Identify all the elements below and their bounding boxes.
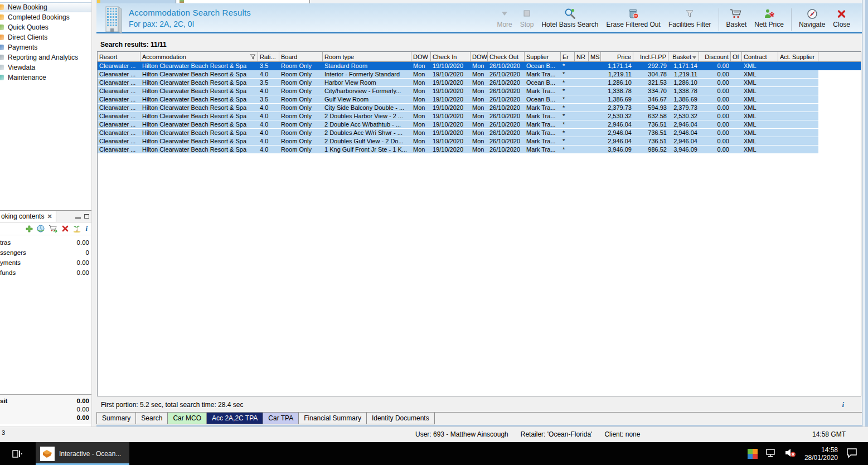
toolbar-button-label: Stop xyxy=(520,21,534,28)
table-row[interactable]: Clearwater ...Hilton Clearwater Beach Re… xyxy=(98,95,861,104)
cell-of xyxy=(731,120,742,129)
column-header-basket[interactable]: Basket xyxy=(668,52,699,61)
cell-dow: Mon xyxy=(471,112,488,120)
close-button[interactable]: Close xyxy=(829,7,854,29)
booking-contents-tab[interactable]: oking contents ✕ xyxy=(0,211,56,222)
column-header-rati[interactable]: Rati... xyxy=(258,52,279,61)
cell-contract: XML xyxy=(742,87,778,95)
table-row[interactable]: Clearwater ...Hilton Clearwater Beach Re… xyxy=(98,120,861,129)
cell-accommodation: Hilton Clearwater Beach Resort & Spa xyxy=(140,87,258,95)
tab-search[interactable]: Search xyxy=(136,413,168,424)
column-header-dow[interactable]: DOW xyxy=(471,52,488,61)
column-header-supplier[interactable]: Supplier xyxy=(525,52,561,61)
cell-basket: 1,286.10 xyxy=(668,79,699,87)
sidebar-item-quick-quotes[interactable]: Quick Quotes xyxy=(0,22,91,32)
volume-muted-icon[interactable] xyxy=(784,448,797,459)
column-header-ms[interactable]: MS xyxy=(589,52,601,61)
tab-car-mco[interactable]: Car MCO xyxy=(168,413,207,424)
status-retailer: Retailer: 'Ocean-Florida' xyxy=(521,430,593,438)
table-row[interactable]: Clearwater ...Hilton Clearwater Beach Re… xyxy=(98,79,861,87)
column-header-nr[interactable]: NR xyxy=(575,52,589,61)
sidebar-item-maintenance[interactable]: Maintenance xyxy=(0,72,91,83)
column-header-dow[interactable]: DOW xyxy=(411,52,431,61)
erase-filtered-out-button[interactable]: Erase Filtered Out xyxy=(603,7,665,29)
tab-acc-2a-2c-tpa[interactable]: Acc 2A,2C TPA xyxy=(207,413,263,424)
facilities-filter-button[interactable]: Facilities Filter xyxy=(665,7,715,29)
network-tray-icon[interactable] xyxy=(765,448,777,459)
cell-dow: Mon xyxy=(471,146,488,154)
table-row[interactable]: Clearwater ...Hilton Clearwater Beach Re… xyxy=(98,137,861,146)
sidebar-item-reporting-and-analytics[interactable]: Reporting and Analytics xyxy=(0,52,91,62)
table-row[interactable]: Clearwater ...Hilton Clearwater Beach Re… xyxy=(98,70,861,79)
cart-transfer-icon[interactable] xyxy=(49,225,58,232)
column-header-of[interactable]: Of xyxy=(731,52,742,61)
column-header-act-supplier[interactable]: Act. Supplier xyxy=(778,52,818,61)
refresh-globe-icon[interactable] xyxy=(37,225,45,232)
more-button[interactable]: More xyxy=(493,7,516,29)
column-header-room-type[interactable]: Room type xyxy=(323,52,411,61)
column-header-incl-fl-pp[interactable]: Incl.Fl.PP xyxy=(633,52,668,61)
toolbar-button-label: More xyxy=(497,21,512,28)
sidebar-item-viewdata[interactable]: Viewdata xyxy=(0,62,91,72)
minimize-icon[interactable] xyxy=(75,214,81,219)
cell-room-type: 2 Doubles Harbor View - 2 ... xyxy=(323,112,411,120)
table-row[interactable]: Clearwater ...Hilton Clearwater Beach Re… xyxy=(98,129,861,137)
tab-identity-documents[interactable]: Identity Documents xyxy=(367,413,435,424)
task-view-icon[interactable] xyxy=(10,447,25,461)
cell-price: 2,946.04 xyxy=(601,129,633,137)
filter-icon[interactable] xyxy=(250,54,256,60)
add-icon[interactable] xyxy=(26,225,33,232)
cell-filler xyxy=(818,129,861,137)
cell-board: Room Only xyxy=(279,70,323,79)
table-row[interactable]: Clearwater ...Hilton Clearwater Beach Re… xyxy=(98,112,861,120)
column-header-accommodation[interactable]: Accommodation xyxy=(140,52,258,61)
sidebar-item-payments[interactable]: Payments xyxy=(0,42,91,52)
stop-button[interactable]: Stop xyxy=(516,7,538,29)
column-header-board[interactable]: Board xyxy=(279,52,323,61)
tab-car-tpa[interactable]: Car TPA xyxy=(263,413,299,424)
taskbar-clock[interactable]: 14:58 28/01/2020 xyxy=(804,446,838,462)
maximize-icon[interactable] xyxy=(84,214,89,219)
cell-rati: 4.0 xyxy=(258,70,279,79)
table-row[interactable]: Clearwater ...Hilton Clearwater Beach Re… xyxy=(98,146,861,154)
column-header-check-out[interactable]: Check Out xyxy=(488,52,525,61)
taskbar-app-button[interactable]: Interactive - Ocean... xyxy=(36,442,129,465)
cell-er: * xyxy=(561,70,575,79)
action-center-icon[interactable] xyxy=(846,447,858,460)
navigate-button[interactable]: Navigate xyxy=(795,7,829,29)
basket-button[interactable]: Basket xyxy=(722,7,751,29)
tab-financial-summary[interactable]: Financial Summary xyxy=(299,413,367,424)
sidebar-item-new-booking[interactable]: New Booking xyxy=(0,2,91,12)
info-icon[interactable]: i xyxy=(85,224,88,233)
antivirus-tray-icon[interactable] xyxy=(748,449,758,459)
info-icon[interactable]: i xyxy=(842,400,844,409)
cell-er: * xyxy=(561,137,575,146)
cell-rati: 4.0 xyxy=(258,137,279,146)
table-row[interactable]: Clearwater ...Hilton Clearwater Beach Re… xyxy=(98,104,861,112)
cell-basket: 2,946.04 xyxy=(668,120,699,129)
column-header-contract[interactable]: Contract xyxy=(742,52,778,61)
cell-supplier: Ocean B... xyxy=(525,62,561,70)
nett-price-button[interactable]: Nett Price xyxy=(750,7,788,29)
holiday-palm-icon[interactable] xyxy=(72,225,81,232)
column-header-discount[interactable]: Discount xyxy=(699,52,731,61)
cell-ms xyxy=(589,137,601,146)
column-header-check-in[interactable]: Check In xyxy=(431,52,471,61)
table-row[interactable]: Clearwater ...Hilton Clearwater Beach Re… xyxy=(98,62,861,70)
column-header-er[interactable]: Er xyxy=(561,52,575,61)
cell-ms xyxy=(589,146,601,154)
table-row[interactable]: Clearwater ...Hilton Clearwater Beach Re… xyxy=(98,87,861,95)
cell-contract: XML xyxy=(742,95,778,104)
close-icon[interactable]: ✕ xyxy=(47,213,52,220)
sidebar-item-direct-clients[interactable]: Direct Clients xyxy=(0,32,91,42)
cell-er: * xyxy=(561,95,575,104)
column-header-price[interactable]: Price xyxy=(601,52,633,61)
cell-filler xyxy=(818,112,861,120)
sidebar-item-completed-bookings[interactable]: Completed Bookings xyxy=(0,12,91,22)
cell-contract: XML xyxy=(742,120,778,129)
delete-icon[interactable] xyxy=(62,225,69,232)
column-header-resort[interactable]: Resort xyxy=(98,52,140,61)
cell-filler xyxy=(818,79,861,87)
tab-summary[interactable]: Summary xyxy=(96,413,136,424)
hotel-basis-search-button[interactable]: Hotel Basis Search xyxy=(537,7,602,29)
